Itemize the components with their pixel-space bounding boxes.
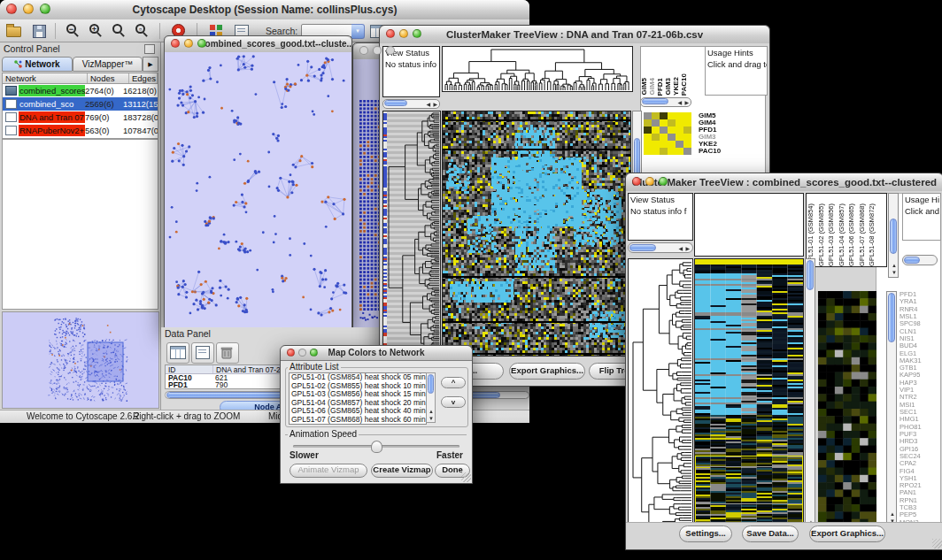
column-header-edges[interactable]: Edges	[129, 73, 158, 83]
scroll-up-arrow[interactable]: ▲	[892, 263, 897, 268]
move-down-button[interactable]: v	[441, 396, 466, 408]
create-vizmap-button[interactable]: Create Vizmap	[371, 464, 433, 478]
network-icon	[14, 60, 22, 68]
network-canvas[interactable]	[165, 52, 350, 326]
zoom-button[interactable]	[197, 39, 206, 48]
animation-speed-slider[interactable]	[293, 445, 459, 448]
zoom-in-button[interactable]: +	[87, 22, 106, 40]
zoom-button[interactable]	[386, 46, 395, 55]
scrollbar-thumb[interactable]	[629, 244, 656, 251]
scroll-down-arrow[interactable]: ▼	[429, 416, 434, 421]
column-header-id[interactable]: ID	[166, 365, 213, 373]
tv2-zoom-heatmap[interactable]	[818, 291, 876, 526]
save-session-button[interactable]	[30, 22, 50, 40]
tv2-zoom-vscrollbar[interactable]: ▲ ▼	[886, 291, 897, 526]
tv1-zoom-matrix[interactable]	[644, 112, 691, 155]
scroll-right-arrow[interactable]: ▶	[685, 246, 690, 251]
close-button[interactable]	[359, 46, 368, 55]
resize-grip[interactable]	[461, 472, 471, 482]
network-list-row[interactable]: combined_sco 2569(6) 13112(15)	[3, 97, 158, 111]
tv1-row-dendrogram[interactable]	[382, 111, 441, 357]
zoom-button[interactable]	[413, 29, 421, 38]
animate-vizmap-button[interactable]: Animate Vizmap	[290, 464, 367, 478]
navigator-canvas[interactable]	[3, 312, 158, 408]
scrollbar-thumb[interactable]	[384, 100, 407, 106]
scroll-left-arrow[interactable]: ◀	[677, 100, 682, 105]
scroll-down-arrow[interactable]: ▼	[892, 270, 897, 275]
minimize-button[interactable]	[298, 349, 306, 357]
scrollbar-thumb[interactable]	[904, 257, 920, 264]
minimize-button[interactable]	[645, 177, 654, 186]
zoom-fit-icon: ▫	[135, 24, 145, 34]
scrollbar-thumb[interactable]	[642, 98, 668, 104]
tv1-heatmap[interactable]	[442, 111, 631, 357]
minimize-button[interactable]	[23, 4, 34, 14]
minimize-button[interactable]	[373, 46, 382, 55]
toolbar-separator	[55, 23, 56, 39]
tab-vizmapper[interactable]: VizMapper™	[73, 57, 143, 72]
dialog-titlebar[interactable]: Map Colors to Network	[281, 346, 472, 361]
tv1-column-dendrogram[interactable]	[442, 46, 633, 92]
attribute-list-item[interactable]: GPL51-07 (GSM868) heat shock 60 min	[290, 416, 426, 425]
close-button[interactable]	[171, 39, 180, 48]
attribute-list[interactable]: GPL51-01 (GSM854) heat shock 05 minGPL51…	[289, 372, 427, 425]
zoom-selected-button[interactable]	[110, 22, 129, 40]
scroll-right-arrow[interactable]: ▶	[684, 100, 689, 105]
delete-attribute-button[interactable]	[216, 342, 239, 364]
zoom-button[interactable]	[659, 177, 668, 186]
search-dropdown-button[interactable]: ▼	[351, 24, 365, 39]
zoom-fit-button[interactable]: ▫	[133, 22, 152, 40]
tv2-row-dendrogram[interactable]	[628, 258, 693, 534]
tv1-titlebar[interactable]: ClusterMaker TreeView : DNA and Tran 07-…	[380, 26, 769, 44]
select-attributes-button[interactable]	[166, 342, 189, 364]
network-overview-navigator[interactable]	[2, 311, 159, 409]
float-panel-icon[interactable]	[144, 44, 155, 54]
column-header-nodes[interactable]: Nodes	[88, 73, 129, 83]
zoom-button[interactable]	[40, 4, 50, 14]
scrollbar-thumb[interactable]	[888, 293, 895, 342]
scroll-left-arrow[interactable]: ◀	[426, 102, 430, 107]
tv2-gene-labels: PFD1YRA1RNR4MSL1SPC98CLN1NIS1BUD4ELG1MAK…	[900, 291, 938, 526]
close-button[interactable]	[386, 29, 395, 38]
minimize-button[interactable]	[399, 29, 408, 38]
network-list-row[interactable]: RNAPuberNov2+! 563(0) 107847(0)	[3, 124, 158, 137]
tv2-hints-hscrollbar[interactable]	[902, 255, 938, 265]
tv2-titlebar[interactable]: ClusterMaker TreeView : combined_scores_…	[626, 173, 942, 192]
attribute-list-vscrollbar[interactable]: ▲ ▼	[426, 372, 436, 423]
resize-grip[interactable]	[932, 539, 942, 548]
tab-overflow-arrow[interactable]: ▶	[143, 57, 158, 72]
settings-button[interactable]: Settings...	[679, 525, 732, 542]
tab-network[interactable]: Network	[2, 57, 73, 72]
tv1-labels-hscrollbar[interactable]: ◀ ▶	[640, 97, 691, 107]
scrollbar-thumb[interactable]	[890, 219, 897, 254]
column-header-network[interactable]: Network	[3, 73, 88, 83]
network-list-row[interactable]: combined_scores 2764(0) 16218(0)	[3, 84, 158, 97]
close-button[interactable]	[287, 349, 295, 357]
scroll-up-arrow[interactable]: ▲	[890, 511, 895, 517]
zoom-button[interactable]	[310, 349, 318, 357]
tv2-heatmap[interactable]	[694, 258, 804, 534]
close-button[interactable]	[632, 177, 641, 186]
tv1-status-hscrollbar[interactable]: ◀ ▶	[382, 99, 440, 109]
zoom-out-button[interactable]: −	[64, 22, 83, 40]
tv2-collabels-vscrollbar[interactable]: ▲ ▼	[888, 193, 899, 278]
move-up-button[interactable]: ^	[441, 377, 466, 388]
slider-thumb[interactable]	[371, 441, 382, 453]
scrollbar-thumb[interactable]	[807, 260, 814, 290]
scroll-left-arrow[interactable]: ◀	[678, 246, 683, 251]
scroll-up-arrow[interactable]: ▲	[429, 409, 434, 414]
network-list-row[interactable]: DNA and Tran 07 769(0) 183728(0)	[3, 111, 158, 124]
export-graphics-button[interactable]: Export Graphics...	[809, 525, 885, 542]
open-file-button[interactable]	[4, 22, 23, 40]
minimize-button[interactable]	[184, 39, 193, 48]
scrollbar-thumb[interactable]	[428, 374, 434, 394]
net1-titlebar[interactable]: combined_scores_good.txt--cluste...	[165, 36, 351, 53]
scroll-right-arrow[interactable]: ▶	[433, 102, 437, 107]
save-data-button[interactable]: Save Data...	[742, 525, 799, 542]
tv2-heatmap-vscrollbar[interactable]: ▲ ▼	[805, 258, 815, 534]
export-graphics-button[interactable]: Export Graphics...	[509, 363, 585, 380]
close-button[interactable]	[6, 4, 17, 14]
main-titlebar[interactable]: Cytoscape Desktop (Session Name: collins…	[0, 0, 529, 20]
tv2-status-hscrollbar[interactable]: ◀ ▶	[628, 242, 693, 253]
create-attribute-button[interactable]	[191, 342, 214, 364]
